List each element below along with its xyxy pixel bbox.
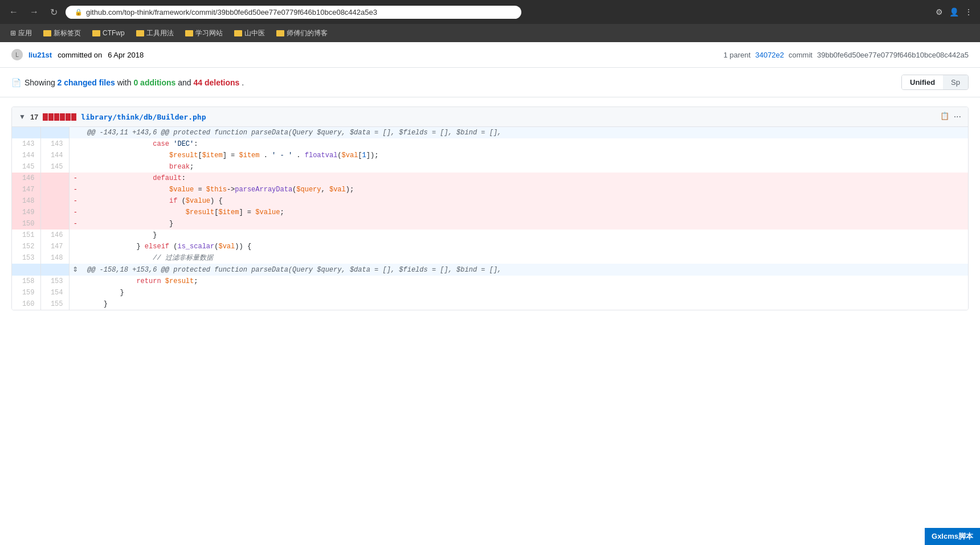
table-row: 158 153 return $result; — [12, 276, 968, 287]
changed-count-badge: 17 — [30, 113, 38, 121]
diff-marker — [69, 138, 81, 150]
apps-grid-icon: ⊞ — [10, 29, 16, 37]
watermark: Gxlcms脚本 — [925, 528, 980, 545]
diff-marker — [69, 150, 81, 161]
deletions-count: 44 deletions — [193, 78, 239, 87]
table-row: 148 - if ($value) { — [12, 195, 968, 207]
bookmark-label: 师傅们的博客 — [287, 28, 328, 38]
table-row: 146 - default: — [12, 173, 968, 184]
bookmark-ctfwp[interactable]: CTFwp — [88, 27, 129, 39]
folder-icon — [185, 30, 193, 36]
collapse-button[interactable]: ▼ — [19, 113, 26, 121]
apps-label: 应用 — [18, 28, 32, 38]
commit-action: committed on — [58, 51, 102, 59]
bookmark-label: 山中医 — [244, 28, 265, 38]
bookmark-label: CTFwp — [103, 29, 125, 37]
old-line-num: 150 — [12, 218, 40, 230]
more-options-button[interactable]: ··· — [954, 112, 961, 122]
address-bar[interactable]: 🔒 github.com/top-think/framework/commit/… — [66, 6, 521, 19]
showing-label: Showing — [24, 78, 55, 87]
new-line-num — [40, 184, 69, 195]
split-view-button[interactable]: Sp — [943, 75, 968, 89]
old-line-num: 153 — [12, 252, 40, 264]
view-toggle: Unified Sp — [901, 75, 969, 90]
old-line-num: 144 — [12, 150, 40, 161]
new-line-num: 148 — [40, 252, 69, 264]
commit-label: commit — [789, 51, 812, 59]
diff-marker — [69, 287, 81, 298]
new-line-num: 153 — [40, 276, 69, 287]
commit-meta: 1 parent 34072e2 commit 39bb0fe6d50ee77e… — [724, 51, 969, 59]
commit-author[interactable]: liu21st — [28, 51, 52, 59]
diff-marker — [69, 252, 81, 264]
and-label: and — [178, 78, 191, 87]
profile-icon: 👤 — [948, 6, 959, 18]
hunk-marker — [69, 127, 81, 138]
hunk-line-num-old — [12, 127, 40, 138]
diff-code: } — [81, 218, 968, 230]
table-row: 147 - $value = $this->parseArrayData($qu… — [12, 184, 968, 195]
diff-marker — [69, 241, 81, 252]
back-button[interactable]: ← — [6, 5, 22, 19]
forward-button[interactable]: → — [26, 5, 42, 19]
copy-file-button[interactable]: 📋 — [940, 112, 949, 122]
new-line-num: 144 — [40, 150, 69, 161]
diff-file-header: ▼ 17 library/think/db/Builder.php 📋 ··· — [12, 107, 968, 127]
diff-summary: 📄 Showing 2 changed files with 0 additio… — [0, 68, 980, 97]
file-path[interactable]: library/think/db/Builder.php — [81, 113, 206, 121]
period: . — [242, 78, 244, 87]
bookmarks-bar: ⊞ 应用 新标签页 CTFwp 工具用法 学习网站 山中医 师傅们的博客 — [0, 24, 980, 42]
apps-button[interactable]: ⊞ 应用 — [6, 27, 36, 40]
bookmark-learning[interactable]: 学习网站 — [181, 27, 227, 40]
table-row: 149 - $result[$item] = $value; — [12, 207, 968, 218]
bookmark-medicine[interactable]: 山中医 — [230, 27, 270, 40]
svg-text:L: L — [15, 52, 19, 58]
table-row: 145 145 break; — [12, 161, 968, 173]
diff-code: case 'DEC': — [81, 138, 968, 150]
hunk-code-2: @@ -158,18 +153,6 @@ protected function … — [81, 264, 968, 276]
unified-view-button[interactable]: Unified — [902, 75, 943, 89]
diff-code: } — [81, 287, 968, 298]
bookmark-tools[interactable]: 工具用法 — [132, 27, 178, 40]
diff-marker — [69, 276, 81, 287]
diff-code: } — [81, 298, 968, 310]
folder-icon — [92, 30, 100, 36]
browser-chrome: ← → ↻ 🔒 github.com/top-think/framework/c… — [0, 0, 980, 24]
diff-code: $result[$item] = $item . ' - ' . floatva… — [81, 150, 968, 161]
folder-icon — [43, 30, 51, 36]
diff-code: if ($value) { — [81, 195, 968, 207]
table-row: 151 146 } — [12, 230, 968, 241]
diff-file: ▼ 17 library/think/db/Builder.php 📋 ··· — [11, 106, 969, 310]
table-row: 160 155 } — [12, 298, 968, 310]
diff-code: return $result; — [81, 276, 968, 287]
additions-count: 0 additions — [133, 78, 175, 87]
diff-code: $value = $this->parseArrayData($query, $… — [81, 184, 968, 195]
table-row: 152 147 } elseif (is_scalar($val)) { — [12, 241, 968, 252]
with-label: with — [117, 78, 132, 87]
file-actions: 📋 ··· — [940, 112, 961, 122]
table-row: 143 143 case 'DEC': — [12, 138, 968, 150]
new-line-num — [40, 207, 69, 218]
hunk-code-1: @@ -143,11 +143,6 @@ protected function … — [81, 127, 968, 138]
bookmark-blog[interactable]: 师傅们的博客 — [272, 27, 332, 40]
reload-button[interactable]: ↻ — [47, 5, 61, 20]
new-line-num: 147 — [40, 241, 69, 252]
diff-table: @@ -143,11 +143,6 @@ protected function … — [12, 127, 968, 310]
new-line-num — [40, 218, 69, 230]
hunk-header-2: ⇕ @@ -158,18 +153,6 @@ protected functio… — [12, 264, 968, 276]
hunk-line-num-new — [40, 264, 69, 276]
lock-icon: 🔒 — [75, 9, 83, 16]
diff-marker: - — [69, 218, 81, 230]
avatar: L — [11, 49, 23, 60]
old-line-num: 152 — [12, 241, 40, 252]
diff-summary-left: 📄 Showing 2 changed files with 0 additio… — [11, 78, 244, 87]
folder-icon — [276, 30, 284, 36]
diff-code: } — [81, 230, 968, 241]
old-line-num: 145 — [12, 161, 40, 173]
bookmark-new-tab[interactable]: 新标签页 — [39, 27, 85, 40]
changed-files-link[interactable]: 2 changed files — [58, 78, 115, 87]
parent-hash[interactable]: 34072e2 — [755, 51, 784, 59]
table-row: 150 - } — [12, 218, 968, 230]
old-line-num: 158 — [12, 276, 40, 287]
hunk-line-num-new — [40, 127, 69, 138]
